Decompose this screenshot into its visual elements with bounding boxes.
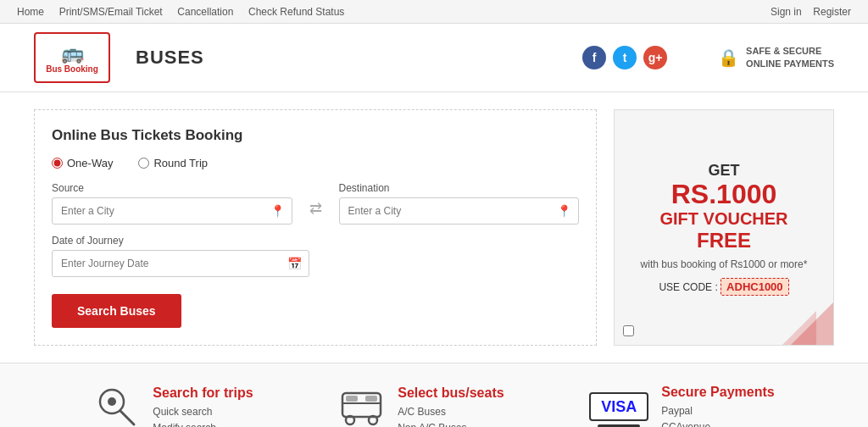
ad-code-line: USE CODE : ADHC1000 [659,280,788,293]
ad-amount: RS.1000 [671,180,777,209]
feature-search-content: Search for trips Quick search Modify sea… [153,385,253,427]
source-location-icon: 📍 [264,204,292,218]
lock-icon: 🔒 [718,47,739,68]
feature-payment-title: Secure Payments [661,385,774,400]
round-trip-radio[interactable] [138,158,149,169]
visa-card-icon: VISA [589,392,648,421]
svg-rect-6 [365,396,377,402]
svg-point-1 [108,397,116,406]
top-nav: Home Print/SMS/Email Ticket Cancellation… [0,0,868,24]
booking-title: Online Bus Tickets Booking [52,127,579,144]
header-title: BUSES [136,47,204,69]
dest-group: Destination 📍 [339,182,580,225]
feature-payment: VISA Secure Payments Paypal CCAvenue [589,385,774,427]
dest-input-wrapper: 📍 [339,197,580,225]
search-location-icon [93,385,140,427]
feature-payment-desc: Paypal CCAvenue [661,403,774,427]
ad-get-text: GET [708,162,739,180]
dest-location-icon: 📍 [550,204,578,218]
source-input[interactable] [53,198,264,224]
nav-cancellation[interactable]: Cancellation [177,6,233,18]
ad-banner: GET RS.1000 GIFT VOUCHER FREE with bus b… [614,109,834,346]
ad-code-value: ADHC1000 [721,278,788,296]
dest-label: Destination [339,182,580,194]
social-icons: f t g+ [582,46,667,69]
header: 🚌 Bus Booking BUSES f t g+ 🔒 SAFE & SECU… [0,24,868,92]
ad-gift-line: GIFT VOUCHER [659,209,787,229]
round-trip-label[interactable]: Round Trip [138,157,208,169]
feature-search-desc: Quick search Modify search [153,404,253,427]
top-nav-auth: Sign in Register [762,5,851,18]
nav-print[interactable]: Print/SMS/Email Ticket [59,6,163,18]
feature-search-title: Search for trips [153,385,253,401]
source-label: Source [52,182,292,194]
logo: 🚌 Bus Booking [34,32,110,83]
features-section: Search for trips Quick search Modify sea… [0,363,868,427]
visa-wrapper: VISA [589,392,648,427]
date-input[interactable] [53,251,281,276]
date-input-wrapper: 📅 [52,250,309,277]
svg-line-2 [120,411,134,424]
secure-badge: 🔒 SAFE & SECURE ONLINE PAYMENTS [718,45,834,71]
source-input-wrapper: 📍 [52,197,292,225]
main-content: Online Bus Tickets Booking One-Way Round… [0,92,868,363]
trip-type-selector: One-Way Round Trip [52,157,579,169]
nav-refund[interactable]: Check Refund Status [248,6,344,18]
bus-select-icon [338,385,385,427]
ad-code-label: USE CODE : [659,281,717,293]
spacer [322,235,580,277]
feature-bus-content: Select bus/seats A/C Buses Non A/C Buses [398,385,504,427]
round-trip-text: Round Trip [153,157,208,169]
nav-home[interactable]: Home [17,6,44,18]
feature-search: Search for trips Quick search Modify sea… [93,385,253,427]
source-group: Source 📍 [52,182,292,225]
ad-sub-text: with bus booking of Rs1000 or more* [641,258,808,272]
payment-icon: VISA [589,392,648,427]
feature-bus: Select bus/seats A/C Buses Non A/C Buses [338,385,504,427]
ad-decoration-2 [782,311,816,345]
svg-rect-5 [346,396,358,402]
date-group: Date of Journey 📅 [52,235,309,277]
feature-bus-desc: A/C Buses Non A/C Buses [398,404,504,427]
calendar-icon: 📅 [281,257,309,270]
bus-icon: 🚌 [61,42,84,64]
register-link[interactable]: Register [813,6,851,18]
one-way-text: One-Way [67,157,113,169]
one-way-label[interactable]: One-Way [52,157,113,169]
booking-section: Online Bus Tickets Booking One-Way Round… [34,109,597,346]
source-dest-row: Source 📍 ⇄ Destination 📍 [52,182,579,225]
facebook-icon[interactable]: f [582,46,606,69]
swap-icon[interactable]: ⇄ [305,199,326,218]
dest-input[interactable] [340,198,551,224]
date-row: Date of Journey 📅 [52,235,579,277]
date-label: Date of Journey [52,235,309,247]
ad-checkbox[interactable] [623,325,634,336]
twitter-icon[interactable]: t [613,46,637,69]
feature-payment-content: Secure Payments Paypal CCAvenue [661,385,774,427]
top-nav-links: Home Print/SMS/Email Ticket Cancellation… [17,5,356,18]
feature-bus-title: Select bus/seats [398,385,504,401]
ad-free-text: FREE [697,229,751,252]
googleplus-icon[interactable]: g+ [643,46,667,69]
one-way-radio[interactable] [52,158,63,169]
secure-text: SAFE & SECURE ONLINE PAYMENTS [746,45,834,71]
search-buses-button[interactable]: Search Buses [52,294,181,328]
signin-link[interactable]: Sign in [771,6,802,18]
logo-text: Bus Booking [46,64,98,74]
